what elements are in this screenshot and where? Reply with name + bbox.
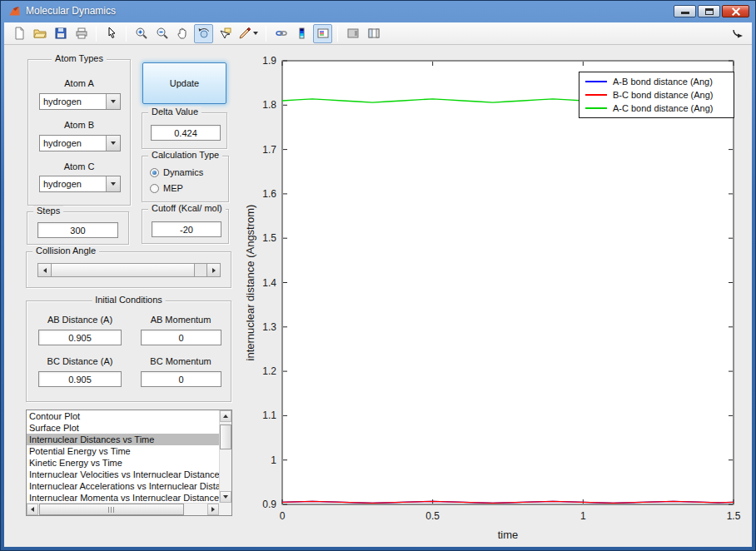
svg-text:1.9: 1.9 <box>262 55 276 67</box>
minimize-icon <box>681 12 689 14</box>
list-item[interactable]: Internuclear Velocities vs Internuclear … <box>27 469 219 480</box>
dropdown-button[interactable] <box>106 176 120 191</box>
svg-text:1.4: 1.4 <box>262 277 276 289</box>
list-item[interactable]: Contour Plot <box>27 410 219 422</box>
zoom-in-button[interactable] <box>132 24 151 43</box>
right-arrow-icon <box>211 507 215 512</box>
bc-momentum-input[interactable] <box>141 371 221 387</box>
scroll-up-button[interactable] <box>220 410 231 422</box>
slider-left-button[interactable] <box>38 264 52 276</box>
scroll-right-button[interactable] <box>207 504 219 515</box>
insert-legend-button[interactable] <box>313 24 332 43</box>
svg-text:time: time <box>498 529 519 541</box>
radio-mep[interactable]: MEP <box>150 182 183 194</box>
slider-track[interactable] <box>195 264 206 276</box>
bc-distance-label: BC Distance (A) <box>33 356 127 366</box>
slider-thumb[interactable] <box>52 264 195 276</box>
initial-conditions-panel: Initial Conditions AB Distance (A) AB Mo… <box>26 300 231 402</box>
matlab-icon <box>8 6 21 17</box>
list-item[interactable]: Kinetic Energy vs Time <box>27 457 219 469</box>
plot-list: Contour Plot Surface Plot Internuclear D… <box>27 410 219 503</box>
maximize-button[interactable] <box>698 5 720 17</box>
delta-value-input[interactable] <box>151 125 221 141</box>
legend-label: A-C bond distance (Ang) <box>613 103 713 113</box>
pan-button[interactable] <box>173 24 192 43</box>
new-figure-button[interactable] <box>9 24 28 43</box>
brush-data-button[interactable] <box>236 24 261 43</box>
bc-momentum-label: BC Momentum <box>135 356 226 366</box>
print-figure-button[interactable] <box>72 24 91 43</box>
steps-input[interactable] <box>37 222 118 238</box>
titlebar[interactable]: Molecular Dynamics <box>1 1 755 22</box>
horizontal-scrollbar[interactable] <box>27 503 219 515</box>
window-title: Molecular Dynamics <box>26 1 116 22</box>
toolbar-separator <box>96 26 97 42</box>
vertical-scrollbar[interactable] <box>219 410 231 503</box>
radio-button <box>150 184 159 193</box>
combo-value: hydrogen <box>40 94 106 109</box>
zoom-out-button[interactable] <box>152 24 172 43</box>
show-plot-tools-button[interactable] <box>364 24 383 43</box>
app-window: Molecular Dynamics <box>0 0 756 551</box>
edit-plot-button[interactable] <box>102 24 121 43</box>
atom-b-label: Atom B <box>28 120 130 130</box>
dropdown-button[interactable] <box>106 94 120 109</box>
svg-text:1: 1 <box>271 454 276 466</box>
right-arrow-icon <box>212 268 216 273</box>
scroll-down-button[interactable] <box>220 491 231 503</box>
panel-title: Atom Types <box>52 53 107 63</box>
horizontal-scrollbar-thumb[interactable] <box>39 504 184 515</box>
svg-text:1.5: 1.5 <box>727 510 741 522</box>
close-button[interactable] <box>722 5 749 17</box>
zoom-out-icon <box>156 27 169 40</box>
data-cursor-button[interactable] <box>215 24 234 43</box>
bc-distance-input[interactable] <box>38 371 122 387</box>
chevron-down-icon <box>111 141 116 145</box>
dropdown-button[interactable] <box>106 136 120 151</box>
atom-c-select[interactable]: hydrogen <box>39 176 121 192</box>
list-item[interactable]: Internuclear Accelerations vs Internucle… <box>27 480 219 492</box>
update-button[interactable]: Update <box>142 62 226 104</box>
ab-distance-input[interactable] <box>38 330 122 345</box>
svg-text:1.7: 1.7 <box>262 144 276 156</box>
legend-line-sample <box>585 81 607 82</box>
brush-icon <box>238 27 251 40</box>
chart-svg[interactable]: 0.911.11.21.31.41.51.61.71.81.900.511.5t… <box>242 51 752 546</box>
panel-title: Collision Angle <box>32 246 99 256</box>
scroll-left-button[interactable] <box>27 504 38 515</box>
zoom-in-icon <box>135 27 148 40</box>
steps-panel: Steps <box>27 211 129 245</box>
insert-colorbar-button[interactable] <box>292 24 311 43</box>
list-item[interactable]: Surface Plot <box>27 422 219 434</box>
vertical-scrollbar-thumb[interactable] <box>220 424 231 449</box>
rotate-3d-button[interactable] <box>194 24 213 43</box>
chart-legend: A-B bond distance (Ang) B-C bond distanc… <box>579 72 734 118</box>
legend-label: B-C bond distance (Ang) <box>613 90 713 100</box>
save-figure-button[interactable] <box>51 24 70 43</box>
figure-toolbar <box>4 22 752 45</box>
list-item[interactable]: Internuclear Momenta vs Internuclear Dis… <box>27 492 219 503</box>
radio-dynamics[interactable]: Dynamics <box>150 166 203 178</box>
cutoff-panel: Cutoff (Kcal/ mol) <box>142 209 229 244</box>
ab-momentum-input[interactable] <box>141 330 221 345</box>
atom-b-select[interactable]: hydrogen <box>39 135 121 151</box>
cutoff-input[interactable] <box>152 221 221 237</box>
svg-text:0.9: 0.9 <box>262 499 276 510</box>
svg-text:1.6: 1.6 <box>262 188 276 200</box>
collision-angle-panel: Collision Angle <box>26 251 231 288</box>
link-plot-button[interactable] <box>271 24 291 43</box>
atom-types-panel: Atom Types Atom A hydrogen Atom B hydrog… <box>27 59 131 206</box>
list-item[interactable]: Potential Energy vs Time <box>27 445 219 457</box>
svg-text:internuclear distance (Angstro: internuclear distance (Angstrom) <box>244 205 256 361</box>
atom-a-select[interactable]: hydrogen <box>39 93 121 110</box>
open-file-button[interactable] <box>30 24 49 43</box>
minimize-button[interactable] <box>674 5 696 17</box>
dock-figure-button[interactable] <box>728 24 747 43</box>
collision-angle-slider[interactable] <box>37 263 221 277</box>
ab-distance-label: AB Distance (A) <box>33 315 127 325</box>
hide-plot-tools-button[interactable] <box>343 24 362 43</box>
combo-value: hydrogen <box>40 176 106 191</box>
scrollbar-corner <box>219 503 231 515</box>
slider-right-button[interactable] <box>206 264 220 276</box>
list-item[interactable]: Internuclear Distances vs Time <box>27 434 219 445</box>
